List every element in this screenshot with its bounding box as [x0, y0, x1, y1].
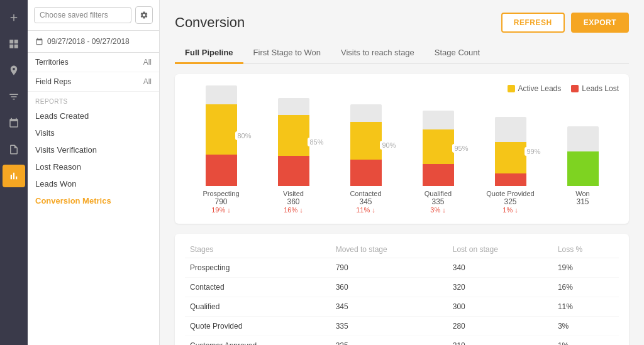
bar-contacted: 90% Contacted 345 11% ↓ [330, 104, 402, 214]
icon-bar [0, 0, 28, 345]
bar-label-visited: Visited [283, 190, 304, 197]
bar-count-contacted: 345 [359, 197, 372, 206]
bar-chart: 80% Prospecting 790 19% ↓ 85% V [185, 101, 619, 214]
bar-pct-visited: 85% [308, 138, 325, 146]
table-row: Contacted 360 320 16% [185, 278, 619, 297]
territories-value: All [143, 58, 152, 67]
report-conversion-metrics[interactable]: Conversion Metrics [35, 192, 152, 209]
report-leads-created[interactable]: Leads Created [35, 107, 152, 124]
bar-change-quote: 1% ↓ [502, 206, 518, 214]
stage-lost: 210 [448, 336, 553, 346]
bar-label-prospecting: Prospecting [203, 190, 239, 197]
legend-lost-label: Leads Lost [582, 84, 619, 93]
legend-lost-dot [571, 85, 579, 92]
bar-won: Won 315 - [547, 126, 619, 214]
tab-first-stage-to-won[interactable]: First Stage to Won [243, 43, 331, 64]
filter-icon[interactable] [3, 85, 25, 108]
stage-moved: 325 [331, 336, 448, 346]
table-card: Stages Moved to stage Lost on stage Loss… [175, 234, 629, 345]
bar-count-prospecting: 790 [214, 197, 227, 206]
table-row: Customer Approved 325 210 1% [185, 336, 619, 346]
tab-full-pipeline[interactable]: Full Pipeline [175, 43, 243, 64]
stage-moved: 345 [331, 297, 448, 317]
stage-name: Prospecting [185, 258, 331, 278]
bar-count-won: 315 [576, 197, 589, 206]
bar-qualified: 95% Qualified 335 3% ↓ [402, 111, 474, 214]
pin-icon[interactable] [3, 59, 25, 82]
bar-quote-provided: 99% Quote Provided 325 1% ↓ [474, 117, 547, 214]
table-row: Quote Provided 335 280 3% [185, 317, 619, 336]
bar-count-qualified: 335 [431, 197, 444, 206]
bar-label-contacted: Contacted [350, 190, 381, 197]
field-reps-value: All [143, 77, 152, 86]
stage-pct: 19% [553, 258, 619, 278]
tabs-bar: Full Pipeline First Stage to Won Visits … [175, 43, 629, 64]
stage-pct: 16% [553, 278, 619, 297]
field-reps-row: Field Reps All [28, 72, 159, 92]
grid-icon[interactable] [3, 33, 25, 55]
col-stages: Stages [185, 241, 331, 258]
report-leads-won[interactable]: Leads Won [35, 175, 152, 192]
stage-name: Customer Approved [185, 336, 331, 346]
plus-icon[interactable] [3, 6, 25, 29]
stages-table: Stages Moved to stage Lost on stage Loss… [185, 241, 619, 345]
bar-pct-qualified: 95% [452, 144, 470, 153]
report-visits-verification[interactable]: Visits Verification [35, 141, 152, 158]
report-visits[interactable]: Visits [35, 124, 152, 141]
bar-pct-quote: 99% [525, 147, 542, 156]
reports-section-label: REPORTS [35, 98, 152, 105]
bar-count-quote: 325 [504, 197, 516, 206]
chart-card: Active Leads Leads Lost 80% [175, 74, 629, 224]
bar-visited: 85% Visited 360 16% ↓ [257, 98, 330, 214]
tab-stage-count[interactable]: Stage Count [425, 43, 490, 64]
bar-label-qualified: Qualified [425, 190, 452, 197]
export-button[interactable]: EXPORT [571, 13, 629, 33]
sidebar-filter-row: Choose saved filters [28, 0, 159, 31]
bar-pct-contacted: 90% [380, 141, 397, 150]
legend-leads-lost: Leads Lost [571, 84, 619, 93]
page-title: Conversion [175, 14, 245, 31]
table-row: Prospecting 790 340 19% [185, 258, 619, 278]
territories-label: Territories [35, 58, 69, 67]
bar-change-visited: 16% ↓ [284, 206, 303, 214]
stage-lost: 280 [448, 317, 553, 336]
stage-pct: 1% [553, 336, 619, 346]
stage-name: Qualified [185, 297, 331, 317]
col-moved: Moved to stage [331, 241, 448, 258]
doc-icon[interactable] [3, 138, 25, 161]
table-row: Qualified 345 300 11% [185, 297, 619, 317]
bar-label-won: Won [575, 190, 589, 197]
stage-moved: 790 [331, 258, 448, 278]
stage-pct: 3% [553, 317, 619, 336]
tab-visits-to-reach-stage[interactable]: Visits to reach stage [331, 43, 425, 64]
legend-active-label: Active Leads [518, 84, 562, 93]
bar-label-quote: Quote Provided [486, 190, 534, 197]
date-range: 09/27/2018 - 09/27/2018 [28, 31, 159, 53]
bar-change-won: - [582, 206, 584, 214]
filter-gear-button[interactable] [135, 6, 153, 24]
legend-active-leads: Active Leads [508, 84, 562, 93]
calendar-icon[interactable] [3, 112, 25, 134]
stage-name: Quote Provided [185, 317, 331, 336]
bar-change-prospecting: 19% ↓ [211, 206, 231, 214]
stage-pct: 11% [553, 297, 619, 317]
stage-moved: 360 [331, 278, 448, 297]
territories-row: Territories All [28, 53, 159, 72]
stage-name: Contacted [185, 278, 331, 297]
sidebar: Choose saved filters 09/27/2018 - 09/27/… [28, 0, 160, 345]
legend-active-dot [508, 85, 515, 92]
col-pct: Loss % [553, 241, 619, 258]
report-lost-reason[interactable]: Lost Reason [35, 158, 152, 175]
stage-lost: 300 [448, 297, 553, 317]
stage-moved: 335 [331, 317, 448, 336]
page-header: Conversion REFRESH EXPORT [175, 13, 629, 33]
chart-icon[interactable] [3, 165, 25, 187]
date-range-text: 09/27/2018 - 09/27/2018 [47, 37, 130, 46]
saved-filters-select[interactable]: Choose saved filters [34, 7, 131, 23]
bar-pct-prospecting: 80% [235, 131, 253, 140]
field-reps-label: Field Reps [35, 77, 71, 86]
refresh-button[interactable]: REFRESH [501, 13, 565, 33]
header-actions: REFRESH EXPORT [501, 13, 629, 33]
stage-lost: 320 [448, 278, 553, 297]
bar-change-contacted: 11% ↓ [356, 206, 375, 214]
